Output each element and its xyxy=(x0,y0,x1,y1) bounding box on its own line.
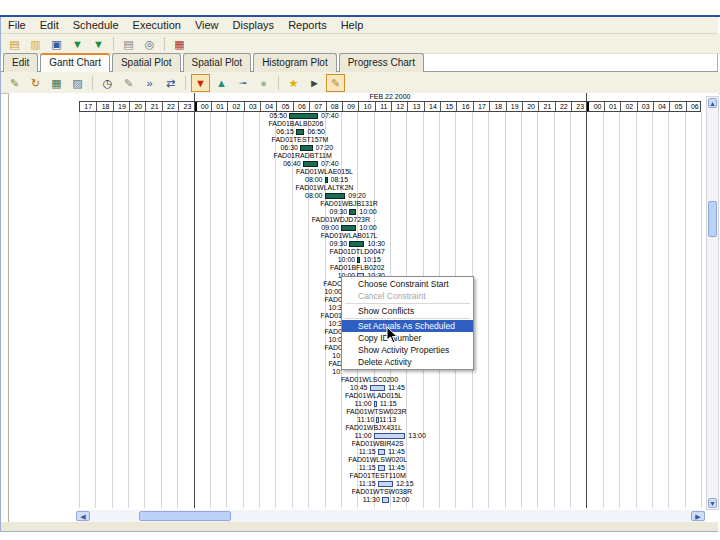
activity-bar[interactable] xyxy=(296,129,305,135)
pointer-icon[interactable]: ► xyxy=(305,74,324,92)
tab-spatial-plot[interactable]: Spatial Plot xyxy=(112,53,181,72)
activity-name: FAD01WLAE015L xyxy=(270,168,380,176)
calendar-icon[interactable]: ▦ xyxy=(170,35,189,53)
vertical-scrollbar[interactable]: ▲ ▼ xyxy=(706,96,719,510)
chart-window-icon[interactable]: ▦ xyxy=(47,74,66,92)
save-icon[interactable]: ▣ xyxy=(47,35,66,53)
context-menu-separator xyxy=(345,318,470,319)
activity-bar[interactable] xyxy=(374,401,377,407)
activity-bar[interactable] xyxy=(349,241,364,247)
hour-tick: 05 xyxy=(669,102,686,111)
hand-tool-icon[interactable]: ✎ xyxy=(326,74,345,92)
arrow-down-red-icon[interactable]: ▼ xyxy=(191,74,210,92)
hour-tick: 17 xyxy=(80,102,96,111)
scroll-right-button[interactable]: ▶ xyxy=(691,511,705,521)
activity-time-fragment: 10:0 xyxy=(202,336,342,344)
activity-bar[interactable] xyxy=(349,209,356,215)
activity-time-fragment: 10:3 xyxy=(202,320,342,328)
activity-time-fragment: 10:00 xyxy=(202,288,342,296)
hour-gridline xyxy=(619,112,620,508)
export-icon[interactable]: ▼ xyxy=(89,35,108,53)
menu-execution[interactable]: Execution xyxy=(126,18,188,32)
scroll-up-button[interactable]: ▲ xyxy=(708,98,717,108)
activity-bar[interactable] xyxy=(325,177,328,183)
context-menu-item-choose-constraint-start[interactable]: Choose Constraint Start xyxy=(342,278,473,290)
activity-name: FAD01WTSW023R xyxy=(321,408,431,416)
hour-tick: 07 xyxy=(309,102,326,111)
tab-progress-chart[interactable]: Progress Chart xyxy=(339,53,424,72)
hour-tick: 16 xyxy=(456,102,473,111)
activity-bar[interactable] xyxy=(289,113,318,119)
activity-bar[interactable] xyxy=(378,481,393,487)
preview-icon[interactable]: ◎ xyxy=(140,35,159,53)
import-icon[interactable]: ▼ xyxy=(68,35,87,53)
vertical-scroll-thumb[interactable] xyxy=(708,201,717,237)
context-menu-item-delete-activity[interactable]: Delete Activity xyxy=(342,356,473,368)
ball-icon[interactable]: ● xyxy=(254,74,273,92)
activity-end-time: 06:50 xyxy=(307,128,347,136)
hour-tick: 05 xyxy=(276,102,293,111)
star-icon[interactable]: ★ xyxy=(284,74,303,92)
activity-bar[interactable] xyxy=(378,449,385,455)
horizontal-scroll-thumb[interactable] xyxy=(139,511,231,521)
open-folder-icon[interactable]: ▥ xyxy=(26,35,45,53)
toolbar-separator xyxy=(92,76,93,90)
tab-edit[interactable]: Edit xyxy=(3,53,38,72)
hour-gridline xyxy=(128,112,129,508)
activity-end-time: 10:30 xyxy=(367,240,407,248)
edit-activity-icon[interactable]: ✎ xyxy=(5,74,24,92)
activity-bar[interactable] xyxy=(300,145,313,151)
activity-bar[interactable] xyxy=(341,225,356,231)
context-menu-item-set-actuals-as-scheduled[interactable]: Set Actuals As Scheduled xyxy=(342,320,473,332)
scroll-down-button[interactable]: ▼ xyxy=(708,498,717,508)
tab-spatial-plot[interactable]: Spatial Plot xyxy=(183,53,252,72)
tab-histogram-plot[interactable]: Histogram Plot xyxy=(253,53,337,72)
hour-gridline xyxy=(701,112,702,508)
activity-bar[interactable] xyxy=(378,465,385,471)
activity-bar[interactable] xyxy=(357,257,360,263)
menu-schedule[interactable]: Schedule xyxy=(66,18,126,32)
activity-end-time: 11:45 xyxy=(388,464,428,472)
menu-help[interactable]: Help xyxy=(334,18,371,32)
snapshot-icon[interactable]: ▨ xyxy=(68,74,87,92)
activity-bar[interactable] xyxy=(374,433,406,439)
menu-displays[interactable]: Displays xyxy=(226,18,282,32)
menu-reports[interactable]: Reports xyxy=(281,18,334,32)
horizontal-scrollbar[interactable]: ◀ ▶ xyxy=(76,510,705,522)
menu-edit[interactable]: Edit xyxy=(33,18,66,32)
context-menu-item-show-activity-properties[interactable]: Show Activity Properties xyxy=(342,344,473,356)
swap-arrows-icon[interactable]: ⇄ xyxy=(161,74,180,92)
activity-bar[interactable] xyxy=(382,497,389,503)
print-icon[interactable]: ▤ xyxy=(119,35,138,53)
hour-tick: 13 xyxy=(407,102,424,111)
activity-bar[interactable] xyxy=(325,193,346,199)
arrow-up-teal-icon[interactable]: ▲ xyxy=(212,74,231,92)
activity-start-time: 11:15 xyxy=(336,480,376,488)
activity-name: FAD01WBJB131R xyxy=(294,200,404,208)
context-menu-item-copy-id-number[interactable]: Copy ID Number xyxy=(342,332,473,344)
new-icon[interactable]: ▤ xyxy=(5,35,24,53)
context-menu-item-show-conflicts[interactable]: Show Conflicts xyxy=(342,305,473,317)
activity-start-time: 06:40 xyxy=(261,160,301,168)
note-icon[interactable]: ✎ xyxy=(119,74,138,92)
activity-name: FAD01WDJD723R xyxy=(286,216,396,224)
hour-tick: 01 xyxy=(211,102,228,111)
menu-view[interactable]: View xyxy=(188,18,226,32)
scroll-left-button[interactable]: ◀ xyxy=(76,511,90,521)
hour-gridline xyxy=(668,112,669,508)
toolbar-separator xyxy=(113,37,114,51)
menu-file[interactable]: File xyxy=(1,18,33,32)
activity-start-time: 11:15 xyxy=(336,448,376,456)
tab-gantt-chart[interactable]: Gantt Chart xyxy=(40,53,110,72)
refresh-icon[interactable]: ↻ xyxy=(26,74,45,92)
clock-icon[interactable]: ◷ xyxy=(98,74,117,92)
activity-start-time: 06:30 xyxy=(258,144,298,152)
hour-tick: 03 xyxy=(637,102,654,111)
fast-forward-icon[interactable]: » xyxy=(140,74,159,92)
activity-bar[interactable] xyxy=(303,161,318,167)
link-icon[interactable]: ╼ xyxy=(233,74,252,92)
activity-bar[interactable] xyxy=(370,385,385,391)
activity-end-time: 11:45 xyxy=(388,448,428,456)
activity-start-time: 11:15 xyxy=(336,464,376,472)
activity-end-time: 07:20 xyxy=(316,144,356,152)
